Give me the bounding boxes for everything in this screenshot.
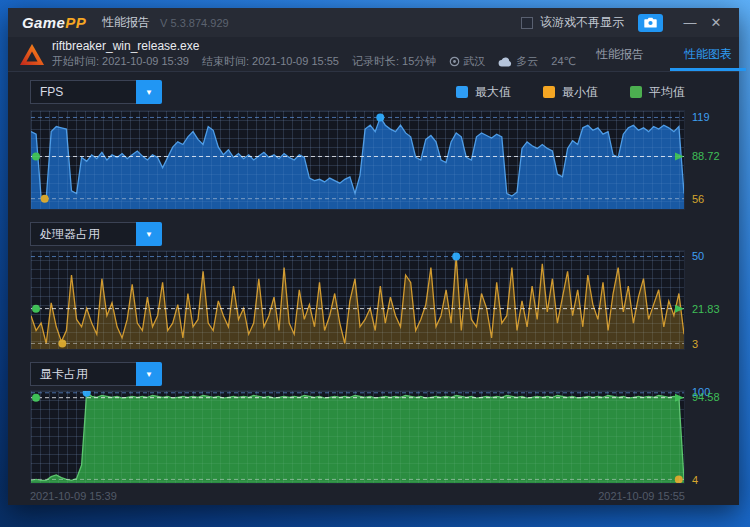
legend-item-min: 最小值 <box>543 84 598 101</box>
legend-item-avg: 平均值 <box>630 84 685 101</box>
gpu-chart-wrap: 100 94.58 4 <box>30 390 685 484</box>
fps-toolbar-row: FPS ▼ 最大值 最小值 平均值 <box>30 80 685 104</box>
gpu-avg-value: 94.58 <box>692 391 720 403</box>
cloud-icon <box>498 57 513 67</box>
cpu-toolbar-row: 处理器占用 ▼ <box>30 222 685 246</box>
gpu-toolbar-row: 显卡占用 ▼ <box>30 362 685 386</box>
cpu-max-value: 50 <box>692 250 704 262</box>
legend: 最大值 最小值 平均值 <box>456 84 685 101</box>
gpu-y-axis-labels: 100 94.58 4 <box>685 390 739 484</box>
location-group: 武汉 <box>449 54 485 69</box>
weather-group: 多云 <box>498 54 538 69</box>
metric-select-cpu-value: 处理器占用 <box>30 222 136 246</box>
fps-max-value: 119 <box>692 111 710 123</box>
legend-item-max: 最大值 <box>456 84 511 101</box>
fps-chart-wrap: 119 88.72 56 <box>30 110 685 210</box>
metric-select-gpu[interactable]: 显卡占用 ▼ <box>30 362 162 386</box>
duration-label: 记录时长: 15分钟 <box>352 54 436 69</box>
game-exe-name: riftbreaker_win_release.exe <box>52 39 576 53</box>
gpu-chart <box>30 390 685 484</box>
legend-label-avg: 平均值 <box>649 84 685 101</box>
cpu-y-axis-labels: 50 21.83 3 <box>685 250 739 350</box>
cpu-chart <box>30 250 685 350</box>
game-meta: riftbreaker_win_release.exe 开始时间: 2021-1… <box>52 37 576 71</box>
metric-select-fps-value: FPS <box>30 80 136 104</box>
titlebar: GamePP 性能报告 V 5.3.874.929 该游戏不再显示 — ✕ <box>8 8 739 37</box>
fps-y-axis-labels: 119 88.72 56 <box>685 110 739 210</box>
dont-show-again-label: 该游戏不再显示 <box>540 14 624 31</box>
logo-text-pp: PP <box>65 14 86 31</box>
content: FPS ▼ 最大值 最小值 平均值 <box>8 72 739 505</box>
tab-performance-report[interactable]: 性能报告 <box>576 37 664 71</box>
close-button[interactable]: ✕ <box>703 12 729 34</box>
window-title: 性能报告 <box>102 14 150 31</box>
start-time-label: 开始时间: 2021-10-09 15:39 <box>52 54 189 69</box>
cpu-avg-value: 21.83 <box>692 303 720 315</box>
chevron-down-icon[interactable]: ▼ <box>136 80 162 104</box>
logo-text-game: Game <box>22 14 65 31</box>
fps-avg-value: 88.72 <box>692 150 720 162</box>
gpu-min-value: 4 <box>692 474 698 486</box>
temperature-label: 24℃ <box>551 55 576 68</box>
cpu-min-value: 3 <box>692 338 698 350</box>
minimize-button[interactable]: — <box>677 12 703 34</box>
version-label: V 5.3.874.929 <box>160 17 229 29</box>
end-time-label: 结束时间: 2021-10-09 15:55 <box>202 54 339 69</box>
chevron-down-icon[interactable]: ▼ <box>136 222 162 246</box>
metric-select-gpu-value: 显卡占用 <box>30 362 136 386</box>
metric-select-cpu[interactable]: 处理器占用 ▼ <box>30 222 162 246</box>
legend-label-min: 最小值 <box>562 84 598 101</box>
legend-swatch-min <box>543 86 555 98</box>
riftbreaker-logo-icon <box>20 44 44 65</box>
fps-chart <box>30 110 685 210</box>
gamepp-window: GamePP 性能报告 V 5.3.874.929 该游戏不再显示 — ✕ <box>8 8 739 505</box>
legend-label-max: 最大值 <box>475 84 511 101</box>
tab-performance-chart[interactable]: 性能图表 <box>664 37 750 71</box>
weather-label: 多云 <box>516 54 538 69</box>
metric-select-fps[interactable]: FPS ▼ <box>30 80 162 104</box>
session-info: 开始时间: 2021-10-09 15:39 结束时间: 2021-10-09 … <box>52 54 576 69</box>
dont-show-again-checkbox[interactable] <box>521 17 533 29</box>
gamepp-logo: GamePP <box>22 14 86 31</box>
legend-swatch-avg <box>630 86 642 98</box>
header: riftbreaker_win_release.exe 开始时间: 2021-1… <box>8 37 739 72</box>
fps-min-value: 56 <box>692 193 704 205</box>
city-label: 武汉 <box>463 54 485 69</box>
camera-icon <box>644 17 657 28</box>
chevron-down-icon[interactable]: ▼ <box>136 362 162 386</box>
chart-start-time: 2021-10-09 15:39 <box>30 490 117 502</box>
desktop-background: GamePP 性能报告 V 5.3.874.929 该游戏不再显示 — ✕ <box>0 0 750 527</box>
chart-end-time: 2021-10-09 15:55 <box>598 490 685 502</box>
cpu-chart-wrap: 50 21.83 3 <box>30 250 685 350</box>
location-pin-icon <box>449 56 460 67</box>
game-icon <box>20 37 44 71</box>
screenshot-button[interactable] <box>638 14 663 32</box>
tabs: 性能报告 性能图表 <box>576 37 750 71</box>
gpu-max-value: 100 <box>692 386 710 398</box>
legend-swatch-max <box>456 86 468 98</box>
time-axis: 2021-10-09 15:39 2021-10-09 15:55 <box>30 490 685 502</box>
